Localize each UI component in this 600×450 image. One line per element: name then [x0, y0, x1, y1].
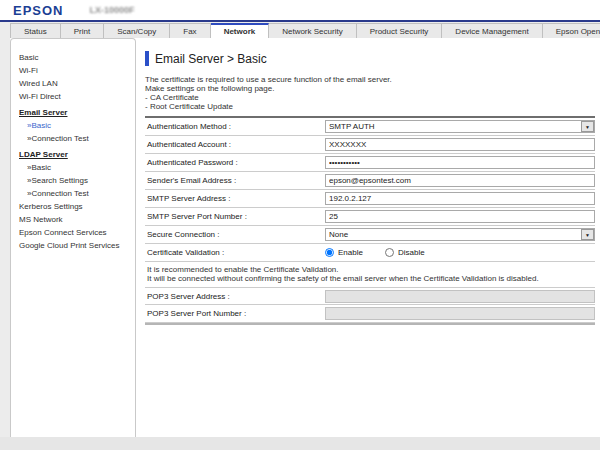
- sender-email-input[interactable]: [325, 174, 595, 187]
- title-accent-bar: [145, 51, 149, 66]
- sidebar-item-ldap-basic[interactable]: »Basic: [19, 161, 131, 174]
- main-panel: Email Server > Basic The certificate is …: [136, 38, 600, 437]
- auth-password-label: Authenticated Password :: [145, 158, 325, 167]
- cert-validation-enable-label: Enable: [338, 248, 363, 257]
- form-row-auth-password: Authenticated Password :: [145, 154, 595, 172]
- app-header: EPSON LX-10000F: [0, 0, 600, 20]
- sidebar-nav: Basic Wi-Fi Wired LAN Wi-Fi Direct Email…: [10, 38, 136, 437]
- secure-connection-select[interactable]: None ▼: [325, 228, 595, 241]
- sidebar-item-wifi[interactable]: Wi-Fi: [19, 64, 131, 77]
- auth-method-select[interactable]: SMTP AUTH ▼: [325, 120, 595, 133]
- form-bottom-divider: [145, 323, 595, 325]
- dropdown-arrow-icon[interactable]: ▼: [581, 121, 594, 132]
- tab-network[interactable]: Network: [211, 23, 270, 38]
- auth-account-label: Authenticated Account :: [145, 140, 325, 149]
- intro-line: The certificate is required to use a sec…: [145, 75, 595, 84]
- smtp-port-label: SMTP Server Port Number :: [145, 212, 325, 221]
- sidebar-item-basic[interactable]: Basic: [19, 51, 131, 64]
- intro-text: The certificate is required to use a sec…: [145, 75, 595, 111]
- pop3-port-label: POP3 Server Port Number :: [145, 309, 325, 318]
- sidebar-item-ms-network[interactable]: MS Network: [19, 213, 131, 226]
- form-row-pop3-address: POP3 Server Address :: [145, 287, 595, 305]
- tab-product-security[interactable]: Product Security: [357, 23, 443, 38]
- left-gutter: [0, 38, 10, 437]
- sidebar-item-email-basic[interactable]: »Basic: [19, 119, 131, 132]
- sidebar-item-epson-connect-services[interactable]: Epson Connect Services: [19, 226, 131, 239]
- pop3-address-label: POP3 Server Address :: [145, 292, 325, 301]
- pop3-address-input: [325, 290, 595, 303]
- cert-validation-disable-option[interactable]: Disable: [385, 248, 425, 257]
- sidebar-item-wired-lan[interactable]: Wired LAN: [19, 77, 131, 90]
- sidebar-item-ldap-connection-test[interactable]: »Connection Test: [19, 187, 131, 200]
- cert-validation-disable-label: Disable: [398, 248, 425, 257]
- epson-logo: EPSON: [13, 3, 64, 18]
- intro-line: - CA Certificate: [145, 93, 595, 102]
- form-row-sender-email: Sender's Email Address :: [145, 172, 595, 190]
- tab-print[interactable]: Print: [61, 23, 104, 38]
- tab-fax[interactable]: Fax: [170, 23, 210, 38]
- sidebar-item-email-connection-test[interactable]: »Connection Test: [19, 132, 131, 145]
- tab-epson-open-platform[interactable]: Epson Open Platform: [543, 23, 600, 38]
- tab-status[interactable]: Status: [10, 23, 61, 38]
- note-line: It is recommended to enable the Certific…: [147, 265, 595, 274]
- tab-network-security[interactable]: Network Security: [269, 23, 356, 38]
- sidebar-group-ldap-server[interactable]: LDAP Server: [19, 148, 131, 161]
- secure-connection-value: None: [329, 230, 348, 239]
- smtp-address-label: SMTP Server Address :: [145, 194, 325, 203]
- form-row-pop3-port: POP3 Server Port Number :: [145, 305, 595, 323]
- sidebar-group-email-server[interactable]: Email Server: [19, 106, 131, 119]
- top-tab-bar: Status Print Scan/Copy Fax Network Netwo…: [0, 22, 600, 38]
- printer-model-label: LX-10000F: [90, 5, 135, 15]
- cert-validation-enable-radio[interactable]: [325, 248, 334, 257]
- note-line: It will be connected without confirming …: [147, 274, 595, 283]
- sidebar-item-google-cloud-print-services[interactable]: Google Cloud Print Services: [19, 239, 131, 252]
- intro-line: Make settings on the following page.: [145, 84, 595, 93]
- cert-validation-label: Certificate Validation :: [145, 248, 325, 257]
- page-title-row: Email Server > Basic: [145, 51, 595, 66]
- page-bottom-gutter: [0, 437, 600, 450]
- cert-validation-enable-option[interactable]: Enable: [325, 248, 363, 257]
- form-row-smtp-address: SMTP Server Address :: [145, 190, 595, 208]
- pop3-port-input: [325, 307, 595, 320]
- auth-account-input[interactable]: [325, 138, 595, 151]
- cert-validation-note: It is recommended to enable the Certific…: [145, 262, 595, 287]
- cert-validation-disable-radio[interactable]: [385, 248, 394, 257]
- tab-device-management[interactable]: Device Management: [442, 23, 542, 38]
- smtp-address-input[interactable]: [325, 192, 595, 205]
- dropdown-arrow-icon[interactable]: ▼: [581, 229, 594, 240]
- tab-scan-copy[interactable]: Scan/Copy: [104, 23, 170, 38]
- sidebar-item-kerberos-settings[interactable]: Kerberos Settings: [19, 200, 131, 213]
- form-row-auth-method: Authentication Method : SMTP AUTH ▼: [145, 118, 595, 136]
- secure-connection-label: Secure Connection :: [145, 230, 325, 239]
- auth-method-value: SMTP AUTH: [329, 122, 375, 131]
- auth-method-label: Authentication Method :: [145, 122, 325, 131]
- sidebar-item-wifi-direct[interactable]: Wi-Fi Direct: [19, 90, 131, 103]
- smtp-port-input[interactable]: [325, 210, 595, 223]
- intro-line: - Root Certificate Update: [145, 102, 595, 111]
- content-area: Basic Wi-Fi Wired LAN Wi-Fi Direct Email…: [0, 38, 600, 437]
- form-row-auth-account: Authenticated Account :: [145, 136, 595, 154]
- webconfig-page: EPSON LX-10000F Status Print Scan/Copy F…: [0, 0, 600, 450]
- form-row-cert-validation: Certificate Validation : Enable Disable: [145, 244, 595, 262]
- form-row-smtp-port: SMTP Server Port Number :: [145, 208, 595, 226]
- auth-password-input[interactable]: [325, 156, 595, 169]
- form-row-secure-connection: Secure Connection : None ▼: [145, 226, 595, 244]
- sidebar-item-ldap-search-settings[interactable]: »Search Settings: [19, 174, 131, 187]
- page-title: Email Server > Basic: [155, 52, 267, 66]
- email-server-form: Authentication Method : SMTP AUTH ▼ Auth…: [145, 118, 595, 325]
- sender-email-label: Sender's Email Address :: [145, 176, 325, 185]
